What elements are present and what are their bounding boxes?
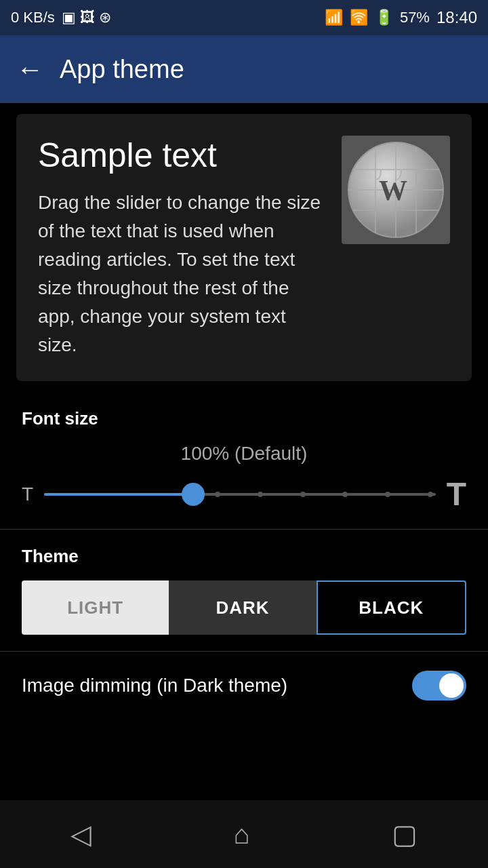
nav-home-button[interactable]: ⌂ <box>233 819 249 850</box>
theme-buttons: LIGHT DARK BLACK <box>22 580 466 635</box>
slider-thumb[interactable] <box>182 483 205 506</box>
wikipedia-globe-icon: W <box>342 136 450 244</box>
tick-1 <box>215 492 220 497</box>
light-theme-button[interactable]: LIGHT <box>22 580 169 635</box>
font-size-label: Font size <box>22 408 466 429</box>
battery-percent: 57% <box>400 9 430 26</box>
status-time: 18:40 <box>436 8 477 27</box>
toolbar-title: App theme <box>60 55 184 84</box>
preview-text-area: Sample text Drag the slider to change th… <box>38 136 325 359</box>
tick-2 <box>258 492 263 497</box>
preview-image: W <box>342 136 450 244</box>
preview-card: Sample text Drag the slider to change th… <box>16 114 472 381</box>
preview-body: Drag the slider to change the size of th… <box>38 189 325 359</box>
toggle-knob <box>439 673 464 698</box>
image-dimming-row: Image dimming (in Dark theme) <box>0 652 488 719</box>
font-size-section: Font size 100% (Default) T T <box>0 392 488 529</box>
black-theme-button[interactable]: BLACK <box>317 580 466 635</box>
dimming-toggle[interactable] <box>412 671 466 701</box>
wifi-icon: 🛜 <box>350 9 368 26</box>
signal-icon: 📶 <box>325 9 343 26</box>
kb-status: 0 KB/s <box>11 9 55 26</box>
toolbar: ← App theme <box>0 35 488 103</box>
font-size-value: 100% (Default) <box>22 443 466 465</box>
slider-small-t: T <box>22 484 33 505</box>
nav-back-button[interactable]: ◁ <box>70 818 92 850</box>
slider-large-t: T <box>447 475 466 513</box>
status-right: 📶 🛜 🔋 57% 18:40 <box>325 8 477 27</box>
svg-text:W: W <box>379 175 407 206</box>
font-size-slider[interactable] <box>44 481 436 508</box>
theme-section: Theme LIGHT DARK BLACK <box>0 530 488 651</box>
dimming-label: Image dimming (in Dark theme) <box>22 675 287 696</box>
slider-track-fill <box>44 493 192 496</box>
status-bar: 0 KB/s ▣ 🖼 ⊛ 📶 🛜 🔋 57% 18:40 <box>0 0 488 35</box>
theme-label: Theme <box>22 546 466 567</box>
notification-icons: ▣ 🖼 ⊛ <box>62 9 111 26</box>
status-left: 0 KB/s ▣ 🖼 ⊛ <box>11 9 111 26</box>
tick-5 <box>385 492 390 497</box>
preview-title: Sample text <box>38 136 325 175</box>
tick-3 <box>300 492 306 497</box>
nav-bar: ◁ ⌂ ▢ <box>0 800 488 868</box>
back-button[interactable]: ← <box>16 54 43 85</box>
dark-theme-button[interactable]: DARK <box>169 580 316 635</box>
tick-6 <box>428 492 433 497</box>
tick-4 <box>342 492 348 497</box>
nav-recent-button[interactable]: ▢ <box>392 818 418 850</box>
battery-icon: 🔋 <box>375 9 393 26</box>
slider-row: T T <box>22 475 466 513</box>
